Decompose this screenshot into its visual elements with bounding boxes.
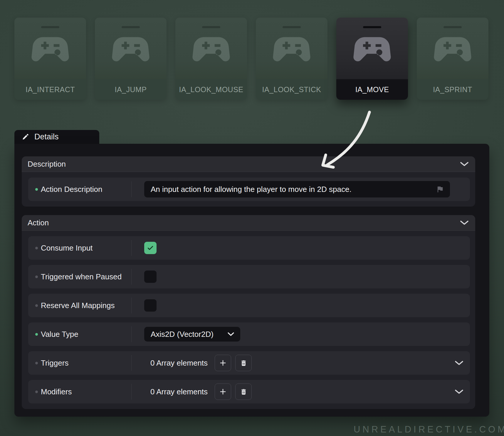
value-type-dropdown[interactable]: Axis2D (Vector2D) — [144, 327, 240, 342]
section-description-body: Action Description An input action for a… — [22, 172, 475, 207]
details-panel: Description Action Description An input … — [14, 144, 489, 417]
watermark-text: UNREALDIRECTIVE.COM — [354, 424, 504, 435]
clear-triggers-button[interactable] — [235, 355, 252, 371]
property-label: Consume Input — [28, 244, 131, 253]
tile-handle — [363, 26, 381, 28]
plus-icon — [219, 359, 227, 367]
property-dot-icon — [35, 362, 38, 364]
section-title: Action — [28, 218, 49, 227]
gamepad-icon — [434, 30, 471, 67]
modified-dot-icon — [35, 188, 38, 191]
chevron-down-icon[interactable] — [460, 162, 469, 166]
asset-tile-ia-look-mouse[interactable]: IA_LOOK_MOUSE — [175, 18, 247, 100]
section-title: Description — [28, 160, 66, 169]
action-description-input[interactable]: An input action for allowing the player … — [144, 181, 450, 197]
gamepad-icon — [31, 30, 69, 67]
property-label: Action Description — [28, 185, 131, 194]
triggers-array-count: 0 Array elements — [150, 359, 208, 368]
property-value: 0 Array elements — [132, 351, 470, 375]
property-dot-icon — [35, 304, 38, 307]
chevron-down-icon — [227, 332, 234, 336]
tile-handle — [443, 26, 462, 28]
tab-details[interactable]: Details — [14, 130, 99, 144]
property-label: Triggers — [28, 359, 131, 368]
consume-input-checkbox[interactable] — [144, 242, 157, 254]
triggers-expander[interactable] — [455, 361, 463, 365]
asset-tile-ia-jump[interactable]: IA_JUMP — [95, 18, 167, 100]
add-modifier-button[interactable] — [215, 383, 231, 400]
add-trigger-button[interactable] — [215, 355, 231, 371]
property-value — [132, 294, 470, 317]
section-action-header[interactable]: Action — [22, 215, 475, 231]
tile-handle — [283, 26, 301, 28]
plus-icon — [219, 388, 227, 396]
asset-tile-ia-move[interactable]: IA_MOVE — [336, 18, 408, 100]
localize-flag-button[interactable] — [436, 185, 444, 193]
property-value: An input action for allowing the player … — [132, 178, 470, 201]
property-row-triggered-when-paused: Triggered when Paused — [28, 265, 470, 288]
gamepad-icon — [112, 30, 149, 67]
tile-label: IA_MOVE — [336, 79, 408, 100]
property-label: Modifiers — [28, 387, 131, 396]
triggered-when-paused-checkbox[interactable] — [144, 271, 157, 283]
reserve-all-mappings-checkbox[interactable] — [144, 299, 157, 312]
property-row-action-description: Action Description An input action for a… — [28, 178, 470, 201]
chevron-down-icon — [455, 361, 463, 365]
property-dot-icon — [35, 247, 38, 249]
tile-handle — [41, 26, 59, 28]
pencil-icon — [21, 133, 29, 141]
gamepad-icon — [353, 30, 391, 67]
property-row-triggers: Triggers 0 Array elements — [28, 351, 470, 375]
section-action-body: Consume Input Triggered when Paused — [22, 231, 475, 409]
asset-tile-ia-sprint[interactable]: IA_SPRINT — [417, 18, 488, 100]
flag-icon — [436, 185, 444, 193]
property-row-modifiers: Modifiers 0 Array elements — [28, 380, 470, 403]
gamepad-icon — [273, 30, 310, 67]
property-label: Triggered when Paused — [28, 272, 131, 281]
tab-details-label: Details — [34, 132, 59, 141]
tile-label: IA_LOOK_STICK — [256, 79, 327, 100]
property-row-reserve-all-mappings: Reserve All Mappings — [28, 294, 470, 317]
section-description-header[interactable]: Description — [22, 156, 475, 172]
section-description: Description Action Description An input … — [22, 156, 475, 207]
property-row-consume-input: Consume Input — [28, 236, 470, 260]
tile-handle — [202, 26, 220, 28]
asset-tile-row: IA_INTERACT IA_JUMP IA_LOOK_MOUSE IA_LOO… — [14, 18, 488, 100]
section-action: Action Consume Input Triggere — [22, 215, 475, 409]
property-dot-icon — [35, 276, 38, 278]
property-value — [132, 236, 470, 260]
property-row-value-type: Value Type Axis2D (Vector2D) — [28, 322, 470, 346]
chevron-down-icon[interactable] — [460, 220, 469, 225]
property-label: Value Type — [28, 330, 131, 339]
property-value — [132, 265, 470, 288]
tile-label: IA_JUMP — [95, 79, 167, 100]
property-value: 0 Array elements — [132, 380, 470, 403]
trash-icon — [240, 359, 247, 367]
tile-handle — [122, 26, 140, 28]
asset-tile-ia-interact[interactable]: IA_INTERACT — [14, 18, 86, 100]
tile-label: IA_SPRINT — [417, 79, 488, 100]
tile-label: IA_LOOK_MOUSE — [175, 79, 247, 100]
modifiers-array-count: 0 Array elements — [150, 387, 208, 396]
property-dot-icon — [35, 391, 38, 393]
clear-modifiers-button[interactable] — [235, 383, 252, 400]
check-icon — [146, 244, 154, 252]
asset-tile-ia-look-stick[interactable]: IA_LOOK_STICK — [256, 18, 327, 100]
property-label: Reserve All Mappings — [28, 301, 131, 310]
chevron-down-icon — [455, 389, 463, 394]
gamepad-icon — [192, 30, 230, 67]
trash-icon — [240, 388, 247, 396]
modifiers-expander[interactable] — [455, 389, 463, 394]
property-value: Axis2D (Vector2D) — [132, 322, 470, 346]
tile-label: IA_INTERACT — [14, 79, 86, 100]
modified-dot-icon — [35, 333, 38, 336]
